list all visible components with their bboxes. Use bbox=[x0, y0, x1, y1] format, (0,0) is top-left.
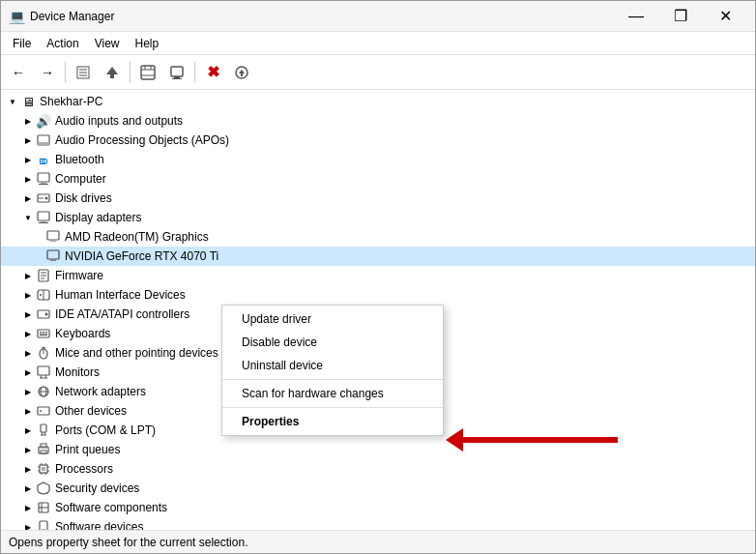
arrow-shaft bbox=[463, 437, 618, 443]
close-button[interactable]: ✕ bbox=[703, 1, 747, 32]
maximize-button[interactable]: ❐ bbox=[658, 1, 703, 32]
list-item[interactable]: ▶ Security devices bbox=[1, 479, 755, 498]
svg-rect-41 bbox=[43, 332, 44, 334]
item-label: Print queues bbox=[55, 443, 120, 456]
ctx-uninstall-device[interactable]: Uninstall device bbox=[222, 354, 443, 377]
root-arrow: ▼ bbox=[5, 94, 20, 109]
svg-rect-10 bbox=[171, 67, 183, 76]
tree-root[interactable]: ▼ 🖥 Shekhar-PC bbox=[1, 92, 755, 111]
app-icon: 💻 bbox=[9, 9, 24, 24]
download-button[interactable] bbox=[228, 59, 255, 86]
list-item[interactable]: ▶ Computer bbox=[1, 169, 755, 189]
print-icon bbox=[36, 442, 51, 457]
minimize-button[interactable]: — bbox=[614, 1, 658, 32]
ctx-disable-device[interactable]: Disable device bbox=[222, 331, 443, 354]
properties-icon bbox=[75, 65, 91, 80]
list-item[interactable]: AMD Radeon(TM) Graphics bbox=[1, 227, 755, 247]
ide-icon bbox=[36, 306, 51, 322]
ctx-update-driver[interactable]: Update driver bbox=[222, 307, 443, 331]
toolbar-separator-1 bbox=[65, 62, 66, 83]
disk-icon bbox=[36, 190, 51, 206]
processor-icon bbox=[36, 461, 51, 477]
svg-rect-29 bbox=[50, 259, 56, 261]
toolbar-separator-3 bbox=[194, 62, 195, 83]
svg-rect-24 bbox=[41, 220, 46, 222]
ctx-properties[interactable]: Properties bbox=[222, 410, 443, 433]
menu-view[interactable]: View bbox=[87, 32, 128, 54]
list-item[interactable]: ▶ 🔊 Audio inputs and outputs bbox=[1, 111, 755, 131]
toolbar-separator-2 bbox=[130, 62, 131, 83]
item-arrow: ▶ bbox=[20, 345, 36, 361]
list-item[interactable]: ▼ Display adapters bbox=[1, 208, 755, 227]
item-label: Audio inputs and outputs bbox=[55, 114, 183, 128]
nvidia-item[interactable]: NVIDIA GeForce RTX 4070 Ti bbox=[1, 247, 755, 266]
svg-rect-62 bbox=[41, 451, 46, 453]
status-bar: Opens property sheet for the current sel… bbox=[1, 530, 755, 553]
item-arrow: ▶ bbox=[20, 306, 36, 322]
item-label: Other devices bbox=[55, 404, 127, 418]
remove-button[interactable]: ✖ bbox=[199, 59, 226, 86]
list-item[interactable]: ▶ Print queues bbox=[1, 440, 755, 459]
list-item[interactable]: ▶ Human Interface Devices bbox=[1, 285, 755, 305]
status-text: Opens property sheet for the current sel… bbox=[9, 536, 247, 549]
item-arrow: ▶ bbox=[20, 500, 36, 515]
item-arrow: ▶ bbox=[20, 519, 36, 530]
item-arrow: ▶ bbox=[20, 190, 36, 206]
svg-rect-23 bbox=[38, 212, 49, 220]
item-arrow: ▶ bbox=[20, 461, 36, 477]
svg-rect-76 bbox=[40, 521, 47, 530]
menu-help[interactable]: Help bbox=[128, 32, 167, 54]
menu-action[interactable]: Action bbox=[39, 32, 86, 54]
root-icon: 🖥 bbox=[20, 94, 36, 109]
item-label: Software components bbox=[55, 501, 167, 514]
item-label: Firmware bbox=[55, 269, 103, 282]
list-item[interactable]: ▶ Audio Processing Objects (APOs) bbox=[1, 131, 755, 150]
svg-rect-39 bbox=[38, 330, 49, 337]
scan-button[interactable] bbox=[134, 59, 161, 86]
audio-icon: 🔊 bbox=[36, 113, 51, 129]
arrow-head bbox=[446, 428, 463, 452]
context-menu: Update driver Disable device Uninstall d… bbox=[221, 305, 444, 436]
toolbar: ← → bbox=[1, 55, 755, 90]
list-item[interactable]: ▶ Disk drives bbox=[1, 189, 755, 208]
svg-rect-26 bbox=[47, 231, 59, 240]
amd-icon bbox=[45, 229, 61, 245]
menu-file[interactable]: File bbox=[5, 32, 39, 54]
ctx-scan-hardware[interactable]: Scan for hardware changes bbox=[222, 382, 443, 405]
item-label: Keyboards bbox=[55, 327, 110, 340]
svg-rect-19 bbox=[39, 184, 48, 185]
item-label: Ports (COM & LPT) bbox=[55, 423, 156, 437]
root-label: Shekhar-PC bbox=[40, 95, 102, 108]
list-item[interactable]: ▶ ⎄ Bluetooth bbox=[1, 150, 755, 169]
update-icon bbox=[104, 65, 120, 80]
list-item[interactable]: ▶ Processors bbox=[1, 459, 755, 479]
back-button[interactable]: ← bbox=[5, 59, 32, 86]
ctx-separator-1 bbox=[222, 379, 443, 380]
item-arrow: ▶ bbox=[20, 326, 36, 341]
content-area: ▼ 🖥 Shekhar-PC ▶ 🔊 Audio inputs and outp… bbox=[1, 90, 755, 530]
item-label: Processors bbox=[55, 462, 113, 476]
list-item[interactable]: ▶ Firmware bbox=[1, 266, 755, 285]
device-props-button[interactable] bbox=[163, 59, 190, 86]
list-item[interactable]: ▶ Software devices bbox=[1, 517, 755, 530]
network-icon bbox=[36, 384, 51, 399]
security-icon bbox=[36, 481, 51, 496]
item-label: IDE ATA/ATAPI controllers bbox=[55, 307, 189, 321]
forward-button[interactable]: → bbox=[34, 59, 61, 86]
computer-icon bbox=[36, 171, 51, 187]
item-label: Network adapters bbox=[55, 385, 146, 398]
svg-point-38 bbox=[45, 313, 48, 316]
svg-marker-4 bbox=[106, 67, 118, 78]
apo-icon bbox=[36, 132, 51, 148]
item-arrow: ▶ bbox=[20, 268, 36, 283]
svg-rect-54 bbox=[38, 407, 49, 415]
list-item[interactable]: ▶ Software components bbox=[1, 498, 755, 517]
item-arrow: ▶ bbox=[20, 423, 36, 438]
properties-button[interactable] bbox=[70, 59, 97, 86]
item-label: Security devices bbox=[55, 481, 139, 495]
update-driver-button[interactable] bbox=[99, 59, 126, 86]
arrow-indicator bbox=[446, 428, 618, 452]
svg-rect-42 bbox=[45, 332, 47, 334]
item-label: NVIDIA GeForce RTX 4070 Ti bbox=[65, 249, 218, 263]
svg-rect-56 bbox=[41, 424, 46, 432]
